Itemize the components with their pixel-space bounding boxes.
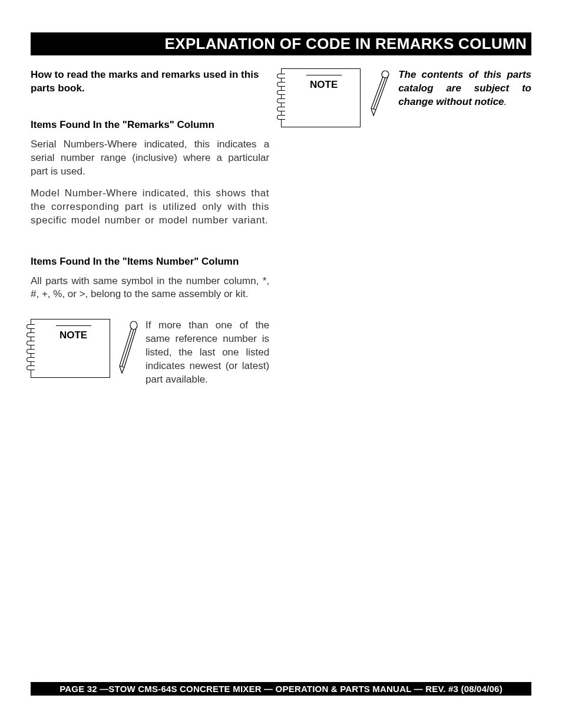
svg-line-2 [124,329,136,367]
remarks-serial-text: Serial Numbers-Where indicated, this ind… [31,138,269,179]
svg-line-6 [371,77,383,108]
left-column: How to read the marks and remarks used i… [31,68,269,387]
content-columns: How to read the marks and remarks used i… [31,68,531,387]
spiral-binding-icon [27,324,35,370]
page-header-bar: EXPLANATION OF CODE IN REMARKS COLUMN [31,32,531,55]
items-body-text: All parts with same symbol in the number… [31,275,269,302]
svg-line-3 [122,330,134,367]
remarks-model-text: Model Number-Where indicated, this shows… [31,187,269,228]
svg-line-1 [120,328,131,366]
items-heading: Items Found In the "Items Number" Column [31,256,269,268]
note-box-1: NOTE [31,319,110,378]
intro-text: How to read the marks and remarks used i… [31,68,269,95]
right-column: NOTE The contents of this parts catalog … [281,68,531,387]
note-box-2: NOTE [281,68,361,127]
header-title: EXPLANATION OF CODE IN REMARKS COLUMN [165,35,527,52]
pencil-icon [116,320,140,376]
spiral-binding-icon [277,74,285,120]
svg-line-8 [373,78,385,109]
remarks-heading: Items Found In the "Remarks" Column [31,119,269,131]
note-text-1: If more than one of the same reference n… [146,319,269,387]
svg-line-7 [376,77,388,110]
note-row-1: NOTE If more than one of the same refere… [31,319,269,387]
svg-point-0 [130,321,137,330]
pencil-icon [368,70,391,120]
footer-text: PAGE 32 —STOW CMS-64S CONCRETE MIXER — O… [59,684,503,694]
page-footer-bar: PAGE 32 —STOW CMS-64S CONCRETE MIXER — O… [31,682,531,696]
note-label-1: NOTE [42,330,105,341]
note-label-2: NOTE [292,79,355,91]
note-text-2: The contents of this parts catalog are s… [398,68,531,387]
